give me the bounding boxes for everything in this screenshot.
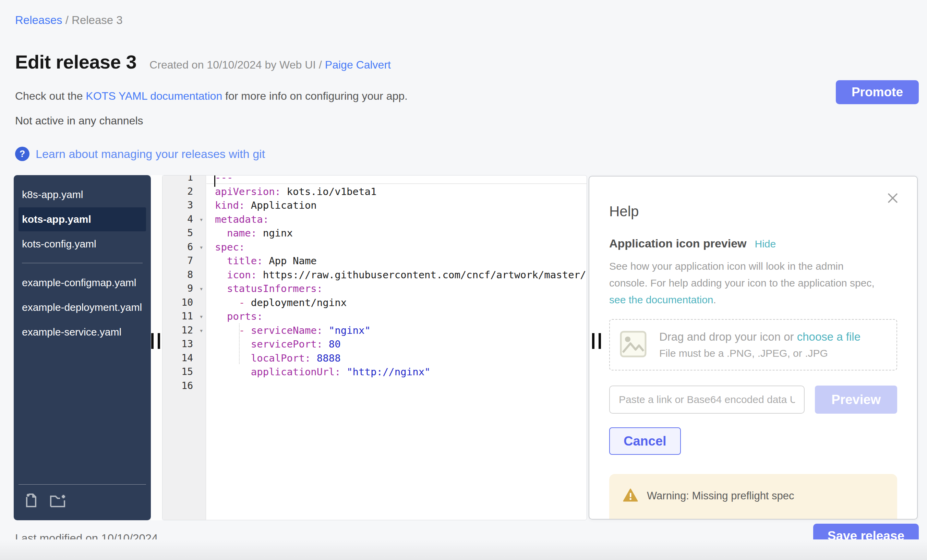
text-cursor — [214, 176, 215, 187]
code-line-8[interactable]: 8 icon: https://raw.githubusercontent.co… — [163, 268, 587, 282]
indent-guide — [239, 323, 240, 364]
code-text: icon: https://raw.githubusercontent.com/… — [206, 268, 586, 282]
code-text — [206, 379, 215, 393]
dropzone-texts: Drag and drop your icon or choose a file… — [659, 330, 860, 359]
sidebar-resize-handle[interactable] — [151, 333, 153, 349]
code-text: title: App Name — [206, 254, 317, 268]
line-number: 13 — [163, 337, 206, 351]
sidebar-file-kots-app.yaml[interactable]: kots-app.yaml — [18, 207, 146, 231]
line-number: 6▾ — [163, 240, 206, 254]
last-modified-text: Last modified on 10/10/2024 — [15, 532, 158, 545]
code-line-10[interactable]: 10 - deployment/nginx — [163, 296, 587, 310]
title-row: Edit release 3 Created on 10/10/2024 by … — [15, 51, 391, 73]
cancel-button[interactable]: Cancel — [609, 427, 681, 455]
code-line-7[interactable]: 7 title: App Name — [163, 254, 587, 268]
sidebar-file-kots-config.yaml[interactable]: kots-config.yaml — [18, 232, 146, 256]
fold-arrow-icon[interactable]: ▾ — [199, 310, 203, 323]
line-number: 15 — [163, 365, 206, 379]
code-line-15[interactable]: 15 applicationUrl: "http://nginx" — [163, 365, 587, 379]
dropzone-text: Drag and drop your icon or — [659, 330, 797, 343]
author-link[interactable]: Paige Calvert — [325, 59, 391, 71]
warning-title: Warning: Missing preflight spec — [647, 490, 794, 502]
fold-arrow-icon[interactable]: ▾ — [199, 212, 203, 226]
help-paragraph: See how your application icon will look … — [609, 258, 883, 308]
line-number: 5 — [163, 226, 206, 240]
line-number: 2 — [163, 185, 206, 199]
file-list: k8s-app.yamlkots-app.yamlkots-config.yam… — [14, 175, 151, 344]
code-line-2[interactable]: 2apiVersion: kots.io/v1beta1 — [163, 185, 587, 199]
code-line-16[interactable]: 16 — [163, 379, 587, 393]
file-sidebar: k8s-app.yamlkots-app.yamlkots-config.yam… — [14, 175, 151, 520]
code-line-3[interactable]: 3kind: Application — [163, 199, 587, 212]
code-text: metadata: — [206, 212, 269, 226]
add-folder-icon[interactable] — [49, 492, 67, 510]
line-number: 12▾ — [163, 323, 206, 338]
created-text: Created on 10/10/2024 by Web UI / — [149, 59, 325, 71]
line-number: 3 — [163, 199, 206, 212]
yaml-editor[interactable]: 1---2apiVersion: kots.io/v1beta13kind: A… — [162, 175, 587, 520]
sidebar-resize-handle[interactable] — [158, 333, 160, 349]
code-line-14[interactable]: 14 localPort: 8888 — [163, 351, 587, 365]
code-text: statusInformers: — [206, 282, 322, 296]
question-icon: ? — [15, 147, 29, 161]
icon-link-row: Preview — [609, 385, 897, 414]
sidebar-file-example-deployment.yaml[interactable]: example-deployment.yaml — [18, 296, 146, 319]
code-line-13[interactable]: 13 servicePort: 80 — [163, 337, 587, 351]
code-text: - deployment/nginx — [206, 296, 346, 310]
promote-button[interactable]: Promote — [836, 80, 919, 104]
save-release-button[interactable]: Save release — [813, 524, 919, 548]
sidebar-footer — [18, 484, 146, 520]
breadcrumb-releases-link[interactable]: Releases — [15, 14, 62, 26]
app-icon-preview-row: Application icon preview Hide — [609, 237, 897, 250]
fold-arrow-icon[interactable]: ▾ — [199, 240, 203, 254]
code-text: --- — [206, 175, 233, 185]
edit-release-page: Releases / Release 3 Edit release 3 Crea… — [0, 0, 927, 560]
preflight-warning-box: Warning: Missing preflight spec Warning … — [609, 474, 897, 519]
sidebar-file-example-configmap.yaml[interactable]: example-configmap.yaml — [18, 271, 146, 295]
code-line-9[interactable]: 9▾ statusInformers: — [163, 282, 587, 296]
docs-line: Check out the KOTS YAML documentation fo… — [15, 90, 407, 102]
line-number: 9▾ — [163, 282, 206, 296]
docs-line-after: for more info on configuring your app. — [222, 90, 407, 102]
git-help-link[interactable]: ? Learn about managing your releases wit… — [15, 147, 265, 161]
code-text: apiVersion: kots.io/v1beta1 — [206, 185, 377, 199]
kots-yaml-docs-link[interactable]: KOTS YAML documentation — [86, 90, 222, 102]
code-line-11[interactable]: 11▾ ports: — [163, 310, 587, 323]
fold-arrow-icon[interactable]: ▾ — [199, 282, 203, 296]
see-documentation-link[interactable]: see the documentation — [609, 294, 713, 305]
sidebar-file-example-service.yaml[interactable]: example-service.yaml — [18, 320, 146, 344]
code-text: applicationUrl: "http://nginx" — [206, 365, 431, 379]
code-text: servicePort: 80 — [206, 337, 341, 351]
line-number: 11▾ — [163, 310, 206, 323]
preview-button[interactable]: Preview — [815, 385, 897, 414]
code-text: - serviceName: "nginx" — [206, 323, 371, 338]
code-line-5[interactable]: 5 name: nginx — [163, 226, 587, 240]
code-line-4[interactable]: 4▾metadata: — [163, 212, 587, 226]
help-resize-handle[interactable] — [599, 333, 601, 349]
code-area: 1---2apiVersion: kots.io/v1beta13kind: A… — [163, 175, 587, 393]
choose-file-link[interactable]: choose a file — [797, 330, 860, 343]
code-line-1[interactable]: 1--- — [163, 175, 587, 185]
help-resize-handle[interactable] — [592, 333, 594, 349]
warning-icon — [623, 489, 638, 504]
fold-arrow-icon[interactable]: ▾ — [199, 323, 203, 338]
code-text: spec: — [206, 240, 245, 254]
git-help-label: Learn about managing your releases with … — [36, 147, 265, 161]
add-file-icon[interactable] — [23, 492, 39, 510]
breadcrumb-current: Release 3 — [71, 14, 123, 26]
line-number: 1 — [163, 175, 206, 185]
help-title: Help — [609, 203, 897, 220]
line-number: 10 — [163, 296, 206, 310]
icon-dropzone[interactable]: Drag and drop your icon or choose a file… — [609, 319, 897, 370]
icon-link-input[interactable] — [609, 385, 805, 414]
help-panel: Help Application icon preview Hide See h… — [589, 176, 918, 519]
close-icon[interactable] — [886, 191, 899, 206]
code-line-6[interactable]: 6▾spec: — [163, 240, 587, 254]
hide-link[interactable]: Hide — [755, 238, 776, 250]
line-number: 8 — [163, 268, 206, 282]
sidebar-file-k8s-app.yaml[interactable]: k8s-app.yaml — [18, 183, 146, 206]
image-icon — [620, 330, 647, 359]
line-number: 4▾ — [163, 212, 206, 226]
channel-status: Not active in any channels — [15, 114, 143, 127]
code-line-12[interactable]: 12▾ - serviceName: "nginx" — [163, 323, 587, 338]
